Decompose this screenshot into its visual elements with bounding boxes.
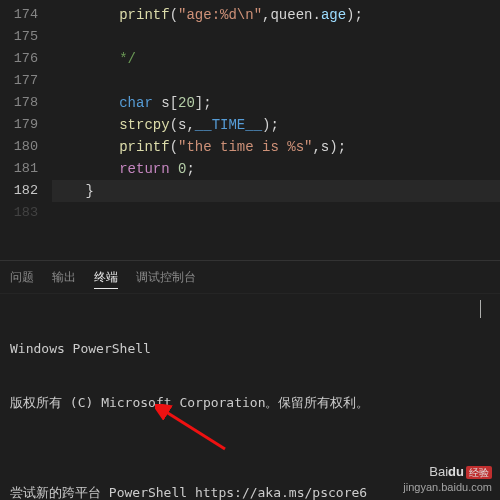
panel-tab[interactable]: 调试控制台 — [136, 267, 196, 289]
code-editor[interactable]: 174175176177178179180181182183 printf("a… — [0, 0, 500, 260]
watermark: Baidu经验 jingyan.baidu.com — [403, 465, 492, 494]
panel-tab[interactable]: 输出 — [52, 267, 76, 289]
watermark-brand: Baidu经验 — [403, 465, 492, 480]
line-number-gutter: 174175176177178179180181182183 — [0, 0, 52, 260]
watermark-url: jingyan.baidu.com — [403, 480, 492, 494]
panel-tabs: 问题输出终端调试控制台 — [0, 260, 500, 294]
terminal-line: Windows PowerShell — [10, 340, 490, 358]
panel-tab[interactable]: 终端 — [94, 267, 118, 289]
terminal-line: 版权所有 (C) Microsoft Corporation。保留所有权利。 — [10, 394, 490, 412]
panel-tab[interactable]: 问题 — [10, 267, 34, 289]
code-area[interactable]: printf("age:%d\n",queen.age); */ char s[… — [52, 0, 500, 260]
text-caret-icon — [480, 300, 481, 318]
